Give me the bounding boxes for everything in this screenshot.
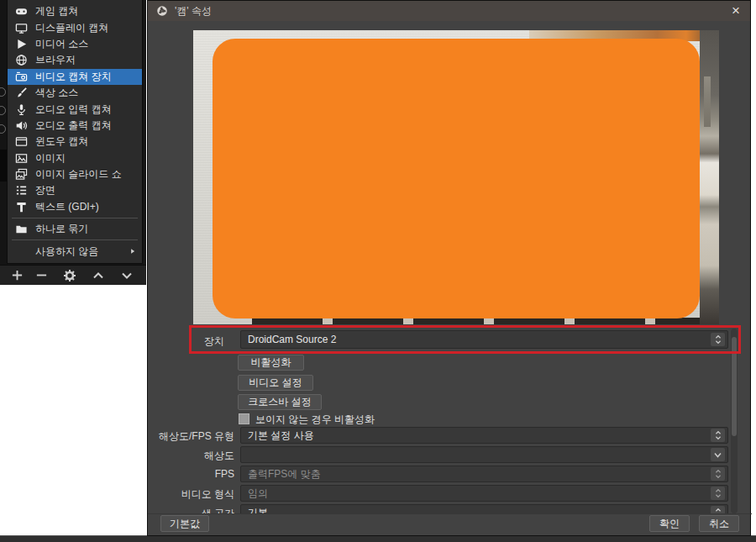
deactivate-when-not-showing-checkbox[interactable] — [239, 413, 249, 424]
resolution-fps-type-label: 해상도/FPS 유형 — [148, 429, 234, 444]
fps-label: FPS — [148, 468, 234, 480]
display-icon — [15, 22, 28, 34]
group-folder-icon — [15, 223, 28, 235]
audio-icon-fragment — [0, 106, 6, 115]
cancel-button[interactable]: 취소 — [699, 515, 739, 532]
menu-item-audio-input-capture[interactable]: 오디오 입력 캡쳐 — [8, 101, 142, 117]
menu-item-media-source[interactable]: 미디어 소스 — [8, 36, 142, 52]
select-value: 출력FPS에 맞춤 — [248, 467, 321, 481]
defaults-button[interactable]: 기본값 — [160, 515, 209, 532]
left-panel: 게임 캡쳐 디스플레이 캡쳐 미디어 소스 브라우저 — [0, 0, 146, 284]
move-down-icon[interactable] — [119, 268, 134, 283]
menu-separator — [12, 239, 138, 240]
menu-item-deprecated[interactable]: 사용하지 않음 — [8, 243, 142, 259]
menu-item-game-capture[interactable]: 게임 캡쳐 — [8, 3, 142, 19]
properties-scroll-area: 해상도/FPS 유형 기본 설정 사용 해상도 FPS 출력FPS에 맞춤 — [148, 424, 736, 513]
menu-item-label: 오디오 입력 캡쳐 — [35, 103, 112, 117]
spinner-arrows-icon[interactable] — [711, 506, 725, 513]
scrollbar-thumb[interactable] — [732, 337, 737, 436]
menu-item-window-capture[interactable]: 윈도우 캡쳐 — [8, 134, 142, 150]
move-up-icon[interactable] — [91, 268, 106, 283]
gamepad-icon — [15, 5, 28, 18]
menu-item-label: 디스플레이 캡쳐 — [35, 21, 108, 35]
preview-object — [704, 76, 711, 127]
remove-source-icon[interactable] — [34, 268, 49, 283]
source-settings-icon[interactable] — [62, 268, 77, 283]
resolution-fps-type-select[interactable]: 기본 설정 사용 — [240, 427, 728, 444]
button-label: 확인 — [659, 517, 680, 531]
menu-item-image[interactable]: 이미지 — [8, 150, 142, 166]
menu-item-scene[interactable]: 장면 — [8, 182, 142, 198]
window-bottom-edge — [0, 535, 756, 542]
chevron-down-icon[interactable] — [711, 448, 725, 461]
menu-item-color-source[interactable]: 색상 소스 — [8, 85, 142, 101]
ok-button[interactable]: 확인 — [649, 515, 690, 532]
no-icon — [15, 245, 28, 258]
menu-item-label: 사용하지 않음 — [35, 245, 98, 259]
resolution-select[interactable] — [240, 446, 728, 463]
menu-item-browser[interactable]: 브라우저 — [8, 52, 142, 68]
spinner-arrows-icon[interactable] — [711, 333, 725, 346]
speaker-icon — [15, 119, 28, 132]
menu-item-image-slideshow[interactable]: 이미지 슬라이드 쇼 — [8, 166, 142, 182]
spinner-arrows-icon[interactable] — [711, 429, 725, 442]
button-label: 기본값 — [170, 517, 200, 531]
media-play-icon — [15, 38, 28, 50]
video-format-label: 비디오 형식 — [148, 487, 234, 502]
dialog-title: '캠' 속성 — [175, 4, 212, 18]
footer-separator — [148, 513, 752, 514]
menu-item-group[interactable]: 하나로 묶기 — [8, 221, 142, 237]
select-value: 기본 설정 사용 — [248, 429, 314, 443]
fps-select[interactable]: 출력FPS에 맞춤 — [240, 466, 728, 482]
device-value: DroidCam Source 2 — [248, 334, 336, 345]
screen: 게임 캡쳐 디스플레이 캡쳐 미디어 소스 브라우저 — [0, 0, 756, 542]
scene-list-icon — [15, 184, 28, 197]
menu-item-label: 브라우저 — [35, 53, 76, 67]
button-label: 취소 — [709, 517, 729, 531]
menu-item-audio-output-capture[interactable]: 오디오 출력 캡쳐 — [8, 118, 142, 134]
add-source-icon[interactable] — [9, 268, 24, 283]
add-source-menu: 게임 캡쳐 디스플레이 캡쳐 미디어 소스 브라우저 — [7, 0, 143, 264]
submenu-arrow-icon — [129, 244, 137, 259]
spinner-arrows-icon[interactable] — [711, 487, 725, 500]
menu-item-label: 이미지 슬라이드 쇼 — [35, 167, 122, 182]
menu-item-label: 색상 소스 — [35, 86, 78, 100]
select-value: 기본 — [248, 506, 268, 514]
vertical-scrollbar[interactable] — [731, 329, 738, 513]
button-label: 비디오 설정 — [249, 376, 302, 390]
window-icon — [15, 135, 28, 148]
menu-item-label: 비디오 캡쳐 장치 — [35, 70, 112, 84]
menu-item-display-capture[interactable]: 디스플레이 캡쳐 — [8, 19, 142, 35]
menu-item-label: 장면 — [35, 183, 55, 197]
select-value: 임의 — [248, 487, 268, 501]
menu-item-label: 텍스트 (GDI+) — [35, 200, 99, 214]
close-icon[interactable]: × — [727, 2, 745, 20]
button-label: 비활성화 — [251, 355, 291, 370]
preview-shelf — [252, 318, 700, 324]
menu-item-video-capture-device[interactable]: 비디오 캡쳐 장치 — [8, 69, 142, 85]
image-icon — [15, 152, 28, 165]
crossbar-settings-button[interactable]: 크로스바 설정 — [238, 394, 322, 410]
deactivate-button[interactable]: 비활성화 — [238, 355, 304, 371]
audio-icon-fragment — [0, 124, 6, 134]
spinner-arrows-icon[interactable] — [711, 467, 725, 481]
panel-fragment — [0, 150, 7, 182]
dialog-titlebar[interactable]: '캠' 속성 × — [148, 1, 750, 21]
resolution-label: 해상도 — [148, 449, 234, 463]
camera-icon — [15, 71, 28, 83]
text-icon — [15, 201, 28, 213]
paintbrush-icon — [15, 87, 28, 99]
color-space-label: 색 공간 — [148, 507, 234, 513]
video-settings-button[interactable]: 비디오 설정 — [238, 375, 313, 391]
sources-toolbar — [0, 265, 146, 285]
camera-preview — [193, 30, 719, 324]
color-space-select[interactable]: 기본 — [240, 504, 728, 513]
video-format-select[interactable]: 임의 — [240, 485, 728, 502]
menu-item-label: 하나로 묶기 — [35, 222, 88, 236]
preview-right-detail — [700, 30, 719, 324]
slideshow-icon — [15, 168, 28, 181]
menu-item-label: 윈도우 캡쳐 — [35, 134, 88, 149]
obs-logo-icon — [156, 5, 168, 17]
menu-item-text-gdi[interactable]: 텍스트 (GDI+) — [8, 199, 142, 215]
device-select[interactable]: DroidCam Source 2 — [240, 330, 728, 349]
